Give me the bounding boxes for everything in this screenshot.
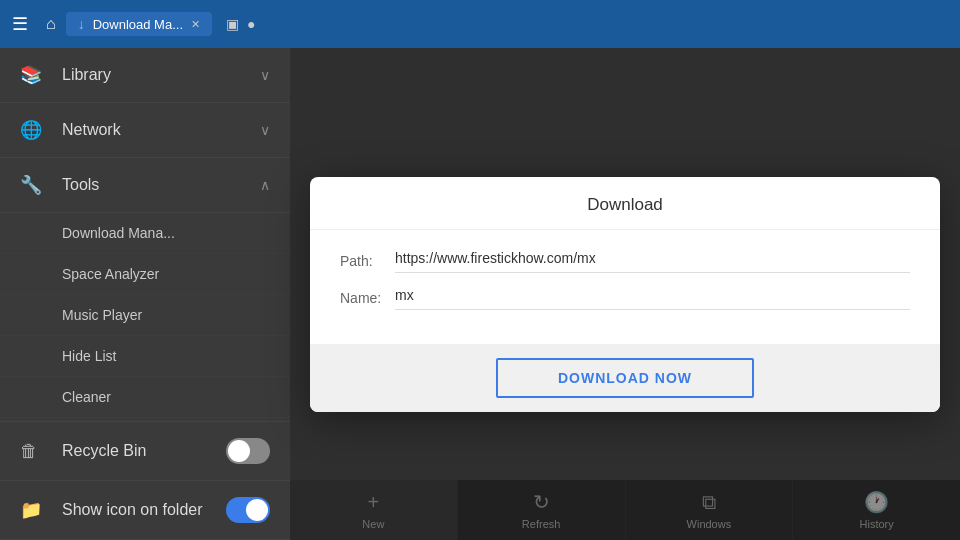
sidebar-item-network[interactable]: 🌐 Network ∨ (0, 103, 290, 158)
sidebar-item-tools-label: Tools (62, 176, 260, 194)
library-icon: 📚 (20, 64, 48, 86)
sidebar-subitem-hide-list[interactable]: Hide List (0, 336, 290, 377)
sidebar-item-show-icon-label: Show icon on folder (62, 501, 226, 519)
sidebar-item-library[interactable]: 📚 Library ∨ (0, 48, 290, 103)
path-label: Path: (340, 253, 395, 269)
sidebar-item-network-label: Network (62, 121, 260, 139)
menu-icon[interactable]: ☰ (12, 13, 36, 35)
download-now-button[interactable]: DOWNLOAD NOW (496, 358, 754, 398)
app-container: ☰ ⌂ ↓ Download Ma... ✕ ▣ ● 📚 Library ∨ 🌐… (0, 0, 960, 540)
top-bar: ☰ ⌂ ↓ Download Ma... ✕ ▣ ● (0, 0, 960, 48)
action-windows-icon[interactable]: ▣ (226, 16, 239, 32)
show-icon-toggle-container (226, 497, 270, 523)
tab-download-icon: ↓ (78, 16, 85, 32)
tools-arrow-icon: ∧ (260, 177, 270, 193)
sidebar-subitem-space-analyzer[interactable]: Space Analyzer (0, 254, 290, 295)
modal-overlay: Download Path: https://www.firestickhow.… (290, 48, 960, 540)
path-value: https://www.firestickhow.com/mx (395, 250, 910, 273)
recycle-bin-toggle-container (226, 438, 270, 464)
download-modal: Download Path: https://www.firestickhow.… (310, 177, 940, 412)
network-arrow-icon: ∨ (260, 122, 270, 138)
sidebar-item-tools[interactable]: 🔧 Tools ∧ (0, 158, 290, 213)
sidebar-subitem-music-player[interactable]: Music Player (0, 295, 290, 336)
main-content: Download Path: https://www.firestickhow.… (290, 48, 960, 540)
sidebar-item-recycle-bin[interactable]: 🗑 Recycle Bin (0, 422, 290, 481)
home-icon[interactable]: ⌂ (46, 15, 56, 33)
sidebar-item-library-label: Library (62, 66, 260, 84)
tab-download-manager[interactable]: ↓ Download Ma... ✕ (66, 12, 212, 36)
name-field: Name: mx (340, 287, 910, 310)
name-label: Name: (340, 290, 395, 306)
show-icon-toggle[interactable] (226, 497, 270, 523)
sidebar-item-recycle-bin-label: Recycle Bin (62, 442, 226, 460)
action-more-icon[interactable]: ● (247, 16, 255, 32)
modal-body: Path: https://www.firestickhow.com/mx Na… (310, 230, 940, 344)
network-icon: 🌐 (20, 119, 48, 141)
show-icon-folder-icon: 📁 (20, 499, 48, 521)
recycle-bin-toggle[interactable] (226, 438, 270, 464)
sidebar-item-show-icon-on-folder[interactable]: 📁 Show icon on folder (0, 481, 290, 540)
recycle-bin-icon: 🗑 (20, 441, 48, 462)
tools-icon: 🔧 (20, 174, 48, 196)
content-area: 📚 Library ∨ 🌐 Network ∨ 🔧 Tools ∧ Downlo… (0, 48, 960, 540)
library-arrow-icon: ∨ (260, 67, 270, 83)
tab-label: Download Ma... (93, 17, 183, 32)
sidebar-subitem-cleaner[interactable]: Cleaner (0, 377, 290, 418)
modal-footer: DOWNLOAD NOW (310, 344, 940, 412)
top-bar-actions: ▣ ● (226, 16, 255, 32)
name-value: mx (395, 287, 910, 310)
tab-close-icon[interactable]: ✕ (191, 18, 200, 31)
sidebar-subitem-download-manager[interactable]: Download Mana... (0, 213, 290, 254)
path-field: Path: https://www.firestickhow.com/mx (340, 250, 910, 273)
sidebar: 📚 Library ∨ 🌐 Network ∨ 🔧 Tools ∧ Downlo… (0, 48, 290, 540)
modal-title: Download (310, 177, 940, 230)
